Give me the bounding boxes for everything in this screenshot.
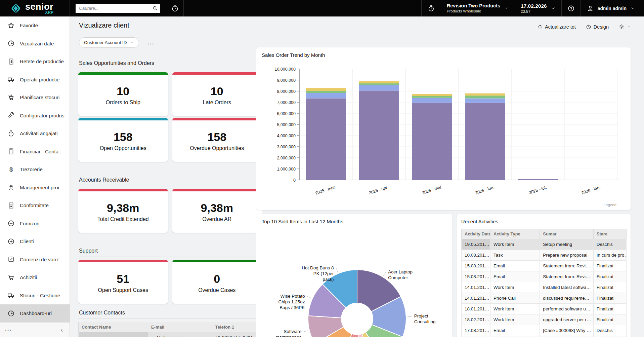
bar-segment[interactable] bbox=[465, 103, 505, 180]
table-row[interactable]: 18.02.201…Work Itemupgraded server per r… bbox=[462, 314, 627, 325]
table-cell[interactable]: Work Item bbox=[490, 314, 540, 325]
filter-more-button[interactable]: ... bbox=[148, 40, 155, 45]
sidebar-item-management-proi[interactable]: Management proi... bbox=[0, 179, 70, 197]
table-row[interactable]: 14.01.201…Phone Calldiscussed requireme…… bbox=[462, 293, 627, 304]
table-cell[interactable]: performed software u… bbox=[540, 304, 594, 314]
kpi-card[interactable]: 51 Open Support Cases bbox=[78, 260, 168, 304]
table-cell[interactable]: [Case #000098] Why … bbox=[540, 325, 594, 336]
sidebar-overflow-button[interactable]: ... bbox=[5, 329, 12, 332]
table-cell[interactable]: 14.01.201… bbox=[462, 282, 490, 293]
table-row[interactable]: 18.01.201…Work Itemperformed software u…… bbox=[462, 304, 627, 314]
table-cell[interactable]: ap@altaace.con bbox=[148, 332, 212, 337]
table-cell[interactable]: discussed requireme… bbox=[540, 293, 594, 304]
table-cell[interactable]: Finalizat bbox=[593, 261, 626, 271]
column-header[interactable]: Activity Date bbox=[462, 229, 490, 239]
table-cell[interactable]: Phone Call bbox=[490, 336, 540, 337]
table-cell[interactable]: Email bbox=[490, 271, 540, 282]
bar-segment[interactable] bbox=[306, 91, 346, 93]
bar-segment[interactable] bbox=[465, 93, 505, 96]
table-cell[interactable]: 10.08.201… bbox=[462, 250, 490, 261]
table-cell[interactable]: Installed latest softwa… bbox=[540, 282, 594, 293]
sidebar-item-planificare-stocuri[interactable]: Planificare stocuri bbox=[0, 88, 70, 107]
sidebar-item-vizualizari-date[interactable]: Vizualizari date bbox=[0, 35, 70, 53]
table-cell[interactable]: Email bbox=[490, 261, 540, 271]
column-header[interactable]: Telefon 1 bbox=[212, 322, 261, 332]
column-header[interactable]: Stare bbox=[593, 229, 626, 239]
sidebar-item-activitati-angajati[interactable]: Activitati angajati bbox=[0, 124, 70, 143]
table-cell[interactable]: 17.03.201… bbox=[462, 336, 490, 337]
table-cell[interactable]: Finalizat bbox=[593, 282, 626, 293]
sidebar-item-financiar-conta[interactable]: Financiar - Conta... bbox=[0, 143, 70, 161]
bar-segment[interactable] bbox=[306, 93, 346, 99]
table-cell[interactable]: Phone Call bbox=[490, 293, 540, 304]
table-cell[interactable]: Work Item bbox=[490, 282, 540, 293]
table-row[interactable]: 15.08.201…EmailStatement from: Revi…Fina… bbox=[462, 271, 627, 282]
table-cell[interactable]: +1 (212) 555-6724 bbox=[212, 332, 261, 337]
company-switcher[interactable]: Revision Two Products Products Wholesale bbox=[441, 0, 515, 16]
table-row[interactable]: 17.08.201…Email[Case #000098] Why …Desch… bbox=[462, 325, 627, 336]
table-row[interactable]: 19.05.201…Work ItemSetup meetingDeschis bbox=[462, 239, 627, 250]
column-header[interactable]: E-mail bbox=[148, 322, 212, 332]
table-cell[interactable]: Setup meeting bbox=[540, 239, 594, 250]
bar-segment[interactable] bbox=[306, 88, 346, 91]
table-cell[interactable]: Work Item bbox=[490, 239, 540, 250]
table-row[interactable]: 17.03.201…Phone CallSpoke with client, s… bbox=[462, 336, 627, 337]
bar-segment[interactable] bbox=[465, 98, 505, 103]
table-row[interactable]: 15.08.201…EmailStatement from: Revi…Fina… bbox=[462, 261, 627, 271]
timer-icon[interactable] bbox=[171, 4, 179, 12]
table-cell[interactable]: 19.05.201… bbox=[462, 239, 490, 250]
sidebar-item-conformitate[interactable]: Conformitate bbox=[0, 196, 70, 215]
bar-segment[interactable] bbox=[359, 85, 399, 91]
kpi-card[interactable]: 10 Late Orders bbox=[172, 72, 262, 116]
settings-menu-button[interactable] bbox=[619, 24, 631, 30]
sidebar-item-trezorerie[interactable]: $ Trezorerie bbox=[0, 160, 70, 179]
sidebar-item-clienti[interactable]: Clienti bbox=[0, 232, 70, 251]
table-row[interactable]: 10.08.201…TaskPrepare new proposalIn cur… bbox=[462, 250, 627, 261]
table-cell[interactable]: Finalizat bbox=[593, 304, 626, 314]
table-cell[interactable]: In curs de pro… bbox=[593, 250, 626, 261]
sidebar-item-configurator-produs[interactable]: Configurator produs bbox=[0, 107, 70, 125]
table-cell[interactable]: 15.08.201… bbox=[462, 261, 490, 271]
column-header[interactable]: Contact Name bbox=[79, 322, 148, 332]
sidebar-item-retete-de-productie[interactable]: $ Retete de productie bbox=[0, 52, 70, 71]
table-cell[interactable]: Statement from: Revi… bbox=[540, 271, 594, 282]
help-button[interactable]: ? bbox=[561, 0, 581, 16]
kpi-card[interactable]: 9,38m Total Credit Extended bbox=[78, 189, 168, 233]
table-row[interactable]: 14.01.201…Work ItemInstalled latest soft… bbox=[462, 282, 627, 293]
column-header[interactable]: Activity Type bbox=[490, 229, 540, 239]
search-icon[interactable] bbox=[152, 5, 158, 11]
table-cell[interactable]: Spoke with client, so… bbox=[540, 336, 594, 337]
search-input[interactable] bbox=[79, 6, 152, 11]
sidebar-item-comenzi-de-vanz[interactable]: Comenzi de vanz... bbox=[0, 251, 70, 269]
stopwatch-icon[interactable] bbox=[427, 4, 435, 12]
sidebar-item-achizitii[interactable]: Achizitii bbox=[0, 268, 70, 287]
table-cell[interactable]: 18.02.201… bbox=[462, 314, 490, 325]
table-cell[interactable]: Finalizat bbox=[593, 314, 626, 325]
search-box[interactable] bbox=[76, 4, 160, 13]
app-logo[interactable]: senior XRP bbox=[0, 0, 70, 16]
kpi-card[interactable]: 158 Open Opportunities bbox=[78, 118, 168, 162]
bar-segment[interactable] bbox=[412, 94, 452, 96]
kpi-card[interactable]: 158 Overdue Opportunities bbox=[172, 118, 262, 162]
sidebar-item-stocuri-gestiune[interactable]: Stocuri - Gestiune bbox=[0, 287, 70, 305]
table-cell[interactable]: Work Item bbox=[490, 304, 540, 314]
table-cell[interactable]: 18.01.201… bbox=[462, 304, 490, 314]
bar-segment[interactable] bbox=[306, 98, 346, 180]
table-cell[interactable]: upgraded server per r… bbox=[540, 314, 594, 325]
table-cell[interactable]: Deschis bbox=[593, 325, 626, 336]
bar-segment[interactable] bbox=[412, 103, 452, 180]
table-row[interactable]: ap@altaace.con+1 (212) 555-6724 bbox=[79, 332, 262, 337]
sidebar-item-furnizori[interactable]: Furnizori bbox=[0, 215, 70, 233]
table-cell[interactable]: Email bbox=[490, 325, 540, 336]
customer-account-filter[interactable]: Customer Account ID bbox=[79, 37, 139, 48]
table-cell[interactable]: Statement from: Revi… bbox=[540, 261, 594, 271]
bar-segment[interactable] bbox=[359, 83, 399, 85]
table-cell[interactable]: Prepare new proposal bbox=[540, 250, 594, 261]
sidebar-item-dashboard-uri[interactable]: Dashboard-uri bbox=[0, 304, 70, 323]
bar-segment[interactable] bbox=[465, 96, 505, 98]
table-cell[interactable]: 14.01.201… bbox=[462, 293, 490, 304]
table-cell[interactable]: 17.08.201… bbox=[462, 325, 490, 336]
sidebar-item-operatii-productie[interactable]: Operatii productie bbox=[0, 71, 70, 89]
kpi-card[interactable]: 0 Overdue Cases bbox=[172, 260, 262, 304]
kpi-card[interactable]: 10 Orders to Ship bbox=[78, 72, 168, 116]
